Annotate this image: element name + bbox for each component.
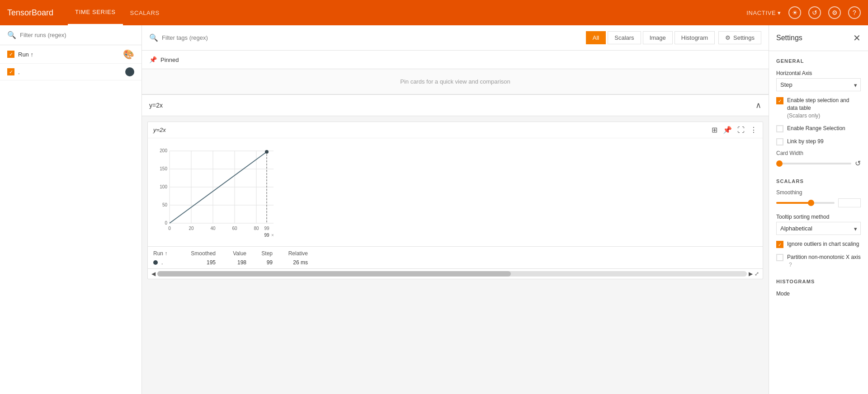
filter-tags-input[interactable] bbox=[162, 34, 582, 41]
svg-text:60: 60 bbox=[232, 226, 237, 231]
enable-step-selection-row: Enable step selection and data table (Sc… bbox=[769, 94, 868, 122]
horizontal-axis-select-wrap: Step Relative Wall bbox=[776, 78, 861, 91]
tab-all[interactable]: All bbox=[586, 31, 606, 44]
enable-step-selection-label: Enable step selection and data table (Sc… bbox=[787, 97, 861, 119]
run-header-item: Run ↑ 🎨 bbox=[0, 45, 142, 64]
main-layout: 🔍 Run ↑ 🎨 . 🔍 All Scalars Image Histogra… bbox=[0, 25, 868, 394]
tooltip-sort-label: Tooltip sorting method bbox=[776, 214, 829, 220]
chart-scrollbar: ◀ ▶ ⤢ bbox=[148, 268, 763, 279]
table-row: . 195 198 99 26 ms bbox=[153, 259, 757, 266]
svg-text:0: 0 bbox=[165, 220, 167, 225]
expand-small-icon[interactable]: ⤢ bbox=[755, 271, 759, 277]
settings-button[interactable]: ⚙ Settings bbox=[718, 31, 761, 44]
settings-panel-header: Settings ✕ bbox=[769, 25, 868, 51]
scrollbar-track[interactable] bbox=[157, 271, 747, 277]
run-color-dot bbox=[153, 260, 158, 265]
status-badge: INACTIVE ▾ bbox=[746, 9, 781, 16]
tab-image[interactable]: Image bbox=[643, 31, 673, 44]
smoothing-label: Smoothing bbox=[776, 189, 861, 196]
filter-runs-input[interactable] bbox=[20, 32, 134, 38]
run-dot-checkbox[interactable] bbox=[7, 68, 14, 75]
chart-card: y=2x ⊞ 📌 ⛶ ⋮ bbox=[147, 122, 763, 279]
chart-area[interactable]: 0 50 100 150 200 0 20 40 60 80 99 bbox=[148, 138, 763, 246]
histograms-section-title: HISTOGRAMS bbox=[769, 272, 868, 288]
card-width-row: Card Width ↺ bbox=[769, 148, 868, 171]
smoothing-track[interactable] bbox=[776, 202, 835, 204]
enable-range-selection-row: Enable Range Selection bbox=[769, 122, 868, 135]
theme-icon[interactable]: ☀ bbox=[788, 6, 801, 19]
horizontal-axis-row: Horizontal Axis Step Relative Wall bbox=[769, 67, 868, 94]
nav-time-series[interactable]: TIME SERIES bbox=[68, 0, 123, 25]
smoothing-thumb[interactable] bbox=[808, 200, 814, 206]
chart-title: y=2x bbox=[153, 127, 166, 133]
scalars-section-title: SCALARS bbox=[769, 171, 868, 188]
link-by-step-label: Link by step 99 bbox=[787, 138, 824, 145]
svg-line-22 bbox=[170, 152, 267, 223]
refresh-icon[interactable]: ↺ bbox=[808, 6, 821, 19]
svg-text:100: 100 bbox=[160, 184, 167, 189]
tab-histogram[interactable]: Histogram bbox=[675, 31, 715, 44]
data-table: Run ↑ Smoothed Value Step Relative . 195 bbox=[148, 246, 763, 268]
card-width-label: Card Width bbox=[776, 150, 861, 156]
help-icon[interactable]: ? bbox=[848, 6, 861, 19]
close-settings-button[interactable]: ✕ bbox=[853, 33, 861, 43]
tooltip-sort-select[interactable]: Alphabetical Default Ascending Descendin… bbox=[776, 222, 861, 235]
expand-icon[interactable]: ∧ bbox=[755, 100, 761, 110]
row-relative: 26 ms bbox=[276, 259, 308, 266]
row-run: . bbox=[153, 259, 180, 266]
smoothing-value-input[interactable]: 0.6 bbox=[838, 198, 861, 207]
pinned-section-header: 📌 Pinned bbox=[142, 51, 769, 69]
svg-text:80: 80 bbox=[254, 226, 259, 231]
partition-nonmonotonic-row: Partition non-monotonic X axis ? bbox=[769, 251, 868, 272]
search-icon: 🔍 bbox=[7, 31, 16, 39]
card-width-track[interactable] bbox=[776, 163, 851, 164]
horizontal-axis-select[interactable]: Step Relative Wall bbox=[776, 78, 861, 91]
ignore-outliers-checkbox[interactable] bbox=[776, 241, 783, 248]
partition-nonmonotonic-checkbox[interactable] bbox=[776, 254, 783, 261]
dropdown-icon[interactable]: ▾ bbox=[778, 9, 781, 16]
scroll-left-arrow[interactable]: ◀ bbox=[151, 271, 156, 277]
scroll-right-arrow[interactable]: ▶ bbox=[749, 271, 753, 277]
enable-range-selection-checkbox[interactable] bbox=[776, 125, 783, 132]
fullscreen-icon[interactable]: ⛶ bbox=[737, 126, 745, 134]
sidebar-search-row: 🔍 bbox=[0, 25, 142, 45]
tooltip-sort-row: Tooltip sorting method Alphabetical Defa… bbox=[769, 211, 868, 238]
svg-text:50: 50 bbox=[162, 202, 168, 207]
partition-help-icon[interactable]: ? bbox=[789, 262, 792, 268]
brand-logo: TensorBoard bbox=[7, 8, 53, 18]
top-nav: TensorBoard TIME SERIES SCALARS INACTIVE… bbox=[0, 0, 868, 25]
more-options-icon[interactable]: ⋮ bbox=[750, 126, 757, 134]
filter-tabs: All Scalars Image Histogram bbox=[586, 31, 715, 44]
run-header-checkbox[interactable] bbox=[7, 51, 14, 58]
color-picker-icon[interactable]: 🎨 bbox=[123, 49, 134, 60]
chart-svg: 0 50 100 150 200 0 20 40 60 80 99 bbox=[151, 142, 283, 241]
row-smoothed: 195 bbox=[184, 259, 216, 266]
ignore-outliers-label: Ignore outliers in chart scaling bbox=[787, 240, 859, 248]
scrollbar-thumb[interactable] bbox=[157, 271, 511, 277]
chart-card-icons: ⊞ 📌 ⛶ ⋮ bbox=[712, 126, 757, 134]
run-dot-label: . bbox=[18, 69, 122, 75]
svg-text:99: 99 bbox=[264, 233, 269, 238]
general-section-title: GENERAL bbox=[769, 51, 868, 67]
content-area: 🔍 All Scalars Image Histogram ⚙ Settings… bbox=[142, 25, 769, 394]
card-section: y=2x ∧ y=2x ⊞ 📌 ⛶ ⋮ bbox=[142, 94, 769, 279]
image-icon[interactable]: ⊞ bbox=[712, 126, 717, 134]
card-width-thumb[interactable] bbox=[776, 160, 783, 167]
card-width-reset-icon[interactable]: ↺ bbox=[855, 159, 861, 168]
partition-nonmonotonic-label: Partition non-monotonic X axis ? bbox=[787, 253, 861, 269]
link-by-step-checkbox[interactable] bbox=[776, 138, 783, 145]
pin-card-icon[interactable]: 📌 bbox=[723, 126, 732, 134]
mode-row: Mode bbox=[769, 288, 868, 300]
pinned-title: Pinned bbox=[160, 56, 179, 63]
svg-text:×: × bbox=[271, 233, 274, 238]
col-smoothed: Smoothed bbox=[184, 250, 216, 257]
tab-scalars[interactable]: Scalars bbox=[608, 31, 641, 44]
enable-range-selection-label: Enable Range Selection bbox=[787, 125, 845, 132]
smoothing-fill bbox=[776, 202, 811, 204]
svg-text:0: 0 bbox=[168, 226, 171, 231]
enable-step-selection-checkbox[interactable] bbox=[776, 97, 783, 104]
chart-card-header: y=2x ⊞ 📌 ⛶ ⋮ bbox=[148, 122, 763, 138]
gear-icon[interactable]: ⚙ bbox=[828, 6, 841, 19]
settings-gear-icon: ⚙ bbox=[725, 34, 731, 41]
nav-scalars[interactable]: SCALARS bbox=[123, 0, 167, 25]
